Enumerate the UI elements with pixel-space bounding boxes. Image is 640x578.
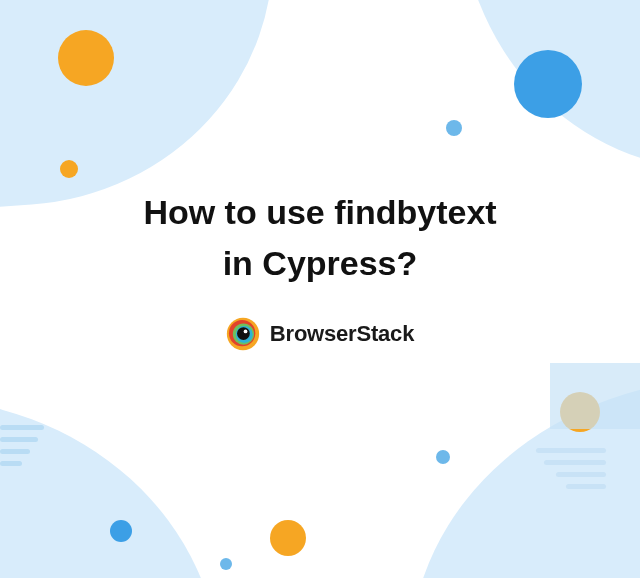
svg-point-5 [244, 330, 248, 334]
browserstack-logo-icon [226, 317, 260, 351]
brand-name: BrowserStack [270, 321, 414, 347]
brand-logo-lockup: BrowserStack [226, 317, 414, 351]
title-line-2: in Cypress? [223, 244, 418, 282]
main-content: How to use findbytext in Cypress? Browse… [0, 0, 640, 578]
title-line-1: How to use findbytext [143, 193, 496, 231]
page-title: How to use findbytext in Cypress? [143, 187, 496, 289]
svg-point-4 [237, 327, 250, 340]
